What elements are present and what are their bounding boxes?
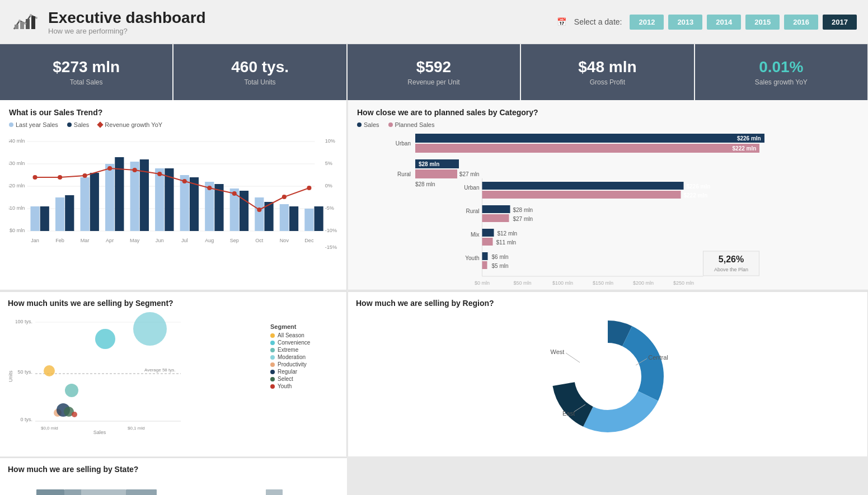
revenue-growth-legend: Revenue growth YoY [98, 121, 162, 128]
svg-point-49 [58, 175, 62, 180]
svg-point-58 [282, 195, 287, 199]
svg-rect-89 [482, 252, 488, 260]
kpi-sales-growth: 0.01% Sales growth YoY [695, 44, 867, 100]
svg-rect-1 [20, 22, 24, 29]
seg-regular-label: Regular [278, 369, 297, 375]
svg-rect-42 [255, 197, 264, 231]
svg-rect-29 [90, 173, 99, 231]
svg-text:East: East [562, 410, 575, 417]
kpi-total-sales: $273 mln Total Sales [0, 44, 172, 100]
hbar-label-rural: Rural [385, 171, 411, 177]
svg-text:$222 mln: $222 mln [684, 192, 708, 199]
svg-text:-10%: -10% [325, 228, 337, 233]
hbar-chart: Urban $226 mln $222 mln Rural [357, 134, 859, 188]
svg-text:Jul: Jul [181, 238, 188, 243]
year-2015-button[interactable]: 2015 [745, 15, 780, 30]
hbar-value-sales-rural: $28 mln [419, 161, 439, 167]
seg-select-label: Select [278, 376, 293, 382]
svg-rect-76 [482, 191, 681, 199]
svg-text:$0 mln: $0 mln [475, 280, 490, 286]
svg-text:0%: 0% [325, 183, 332, 188]
kpi-gross-value: $48 mln [578, 58, 636, 76]
svg-rect-41 [240, 191, 248, 231]
svg-rect-46 [304, 209, 313, 231]
kpi-revenue-label: Revenue per Unit [407, 78, 459, 86]
logo [11, 7, 39, 37]
svg-text:$12 mln: $12 mln [498, 230, 518, 237]
svg-text:$150 mln: $150 mln [593, 280, 613, 286]
sales-trend-legend: Last year Sales Sales Revenue growth YoY [9, 121, 337, 128]
planned-sales-legend: Sales Planned Sales [357, 121, 859, 128]
dashboard-subtitle: How we are performing? [48, 27, 206, 35]
dashboard-title: Executive dashboard [48, 9, 206, 27]
svg-rect-33 [140, 159, 149, 231]
year-2012-button[interactable]: 2012 [630, 15, 664, 30]
seg-all-season-label: All Season [278, 332, 304, 338]
svg-text:Feb: Feb [55, 238, 64, 243]
segment-legend: Segment All Season Convenience Extreme M… [266, 312, 339, 441]
svg-rect-27 [65, 195, 74, 231]
year-2014-button[interactable]: 2014 [707, 15, 741, 30]
hbar-fill-planned-urban: $222 mln [415, 144, 759, 153]
svg-text:$28 mln: $28 mln [513, 207, 533, 213]
hbar-planned-urban: $222 mln [415, 144, 803, 153]
seg-extreme-label: Extreme [278, 347, 298, 353]
svg-point-55 [207, 186, 212, 190]
svg-point-4 [18, 20, 21, 22]
svg-text:$10 mln: $10 mln [9, 205, 25, 211]
svg-point-117 [72, 412, 77, 417]
hbar-value-sales-urban: $226 mln [737, 135, 761, 142]
seg-regular: Regular [270, 369, 339, 375]
hbar-sales-urban: $226 mln [415, 134, 803, 143]
kpi-total-sales-value: $273 mln [53, 58, 120, 76]
calendar-icon: 📅 [557, 17, 566, 26]
seg-youth: Youth [270, 383, 339, 389]
sales-legend: Sales [67, 121, 90, 128]
svg-text:Jun: Jun [156, 238, 164, 243]
svg-rect-24 [30, 206, 39, 231]
svg-point-113 [133, 312, 167, 346]
kpi-gross-profit: $48 mln Gross Profit [521, 44, 693, 100]
svg-text:$20 mln: $20 mln [9, 183, 25, 188]
svg-text:$0 mln: $0 mln [10, 228, 25, 233]
svg-rect-161 [36, 489, 64, 495]
svg-rect-3 [31, 16, 35, 29]
svg-point-59 [307, 186, 311, 190]
svg-text:West: West [551, 348, 565, 355]
svg-text:Sep: Sep [230, 238, 239, 243]
seg-select: Select [270, 376, 339, 382]
svg-point-125 [577, 346, 639, 407]
svg-text:Mar: Mar [81, 238, 90, 243]
segment-panel: How much units we are selling by Segment… [0, 291, 347, 456]
year-2013-button[interactable]: 2013 [668, 15, 702, 30]
svg-text:Mix: Mix [471, 232, 480, 238]
svg-text:$0,1 mld: $0,1 mld [128, 426, 145, 431]
hbar-fill-planned-rural [415, 169, 457, 178]
year-2017-button[interactable]: 2017 [823, 15, 857, 30]
svg-text:Nov: Nov [280, 238, 289, 243]
year-2016-button[interactable]: 2016 [784, 15, 818, 30]
bubble-chart-area: Units 100 tys. 50 tys. 0 tys. Average 58… [8, 312, 266, 441]
svg-text:10%: 10% [325, 138, 335, 144]
region-title: How much we are selling by Region? [356, 299, 860, 308]
svg-text:$226 mln: $226 mln [687, 183, 711, 190]
svg-rect-37 [190, 177, 199, 231]
us-map-svg [8, 478, 339, 495]
svg-text:Apr: Apr [106, 238, 114, 243]
svg-text:$27 mln: $27 mln [513, 216, 533, 222]
svg-rect-86 [482, 238, 493, 246]
segment-chart-container: Units 100 tys. 50 tys. 0 tys. Average 58… [8, 312, 339, 441]
svg-text:5%: 5% [325, 161, 332, 166]
svg-rect-79 [482, 205, 510, 213]
hbar-value-planned-rural: $27 mln [459, 171, 480, 177]
kpi-total-sales-label: Total Sales [70, 78, 103, 86]
hbar-sales-rural: $28 mln [415, 159, 803, 168]
svg-point-48 [33, 175, 37, 180]
header-title-block: Executive dashboard How we are performin… [48, 9, 206, 35]
region-panel: How much we are selling by Region? West … [348, 291, 868, 456]
svg-text:-5%: -5% [325, 205, 334, 211]
svg-point-110 [44, 365, 55, 376]
svg-point-50 [83, 173, 87, 178]
kpi-total-units: 460 tys. Total Units [173, 44, 346, 100]
svg-point-53 [157, 172, 162, 176]
